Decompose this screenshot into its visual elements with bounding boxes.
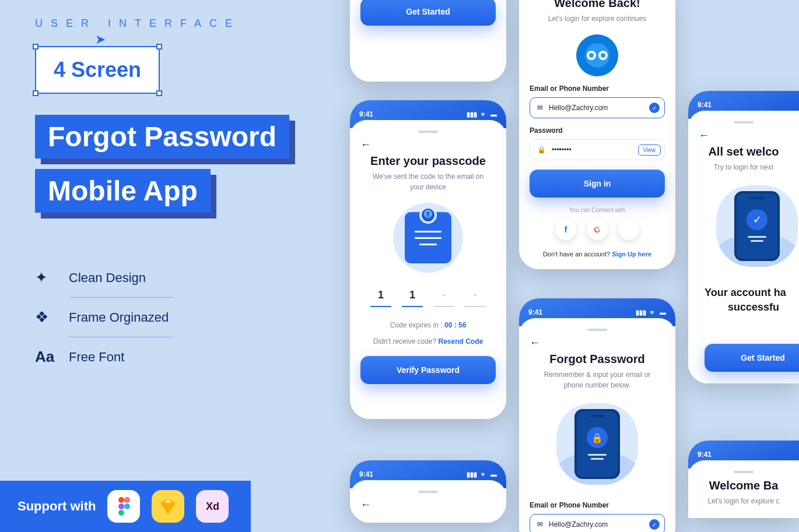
lock-icon: 🔒 <box>587 427 608 448</box>
phone-check-icon: ✓ <box>734 191 780 261</box>
app-logo <box>576 34 618 76</box>
battery-icon: ▬ <box>490 471 497 478</box>
status-time: 9:41 <box>359 470 373 478</box>
wifi-icon: ᯤ <box>481 111 487 118</box>
password-value: •••••••• <box>552 146 572 154</box>
status-time: 9:41 <box>698 101 712 109</box>
sketch-icon <box>152 490 184 523</box>
check-icon: ✓ <box>649 519 660 530</box>
back-button[interactable]: ← <box>360 139 496 151</box>
title-line-2: Mobile App <box>35 169 211 213</box>
feature-label: Free Font <box>69 350 124 365</box>
svg-point-3 <box>124 503 130 509</box>
svg-point-1 <box>124 497 130 503</box>
support-bar: Support with Xd <box>0 481 251 532</box>
status-icons: ▮▮▮ᯤ▬ <box>467 471 497 478</box>
status-icons: ▮▮▮ᯤ▬ <box>467 111 497 118</box>
selection-handle <box>156 90 162 96</box>
battery-icon: ▬ <box>660 309 666 316</box>
phone-getstarted: Get Started <box>350 0 506 82</box>
status-time: 9:41 <box>698 450 712 459</box>
svg-point-2 <box>118 503 124 509</box>
svg-point-0 <box>118 497 124 503</box>
selection-handle <box>156 44 162 50</box>
welcome-title: Welcome Back! <box>530 0 665 10</box>
check-icon: ✓ <box>747 209 768 230</box>
forgot-subtitle: Remmember & input your email or phone nu… <box>530 369 665 390</box>
figma-icon <box>107 490 140 523</box>
signup-footer: Don't have an account? Sign Up here <box>530 251 665 258</box>
email-value: Hello@Zachry.com <box>549 520 608 529</box>
resend-row: Didn't receive code? Resend Code <box>360 336 496 347</box>
title-block: Forgot Password Mobile App <box>35 115 297 223</box>
drag-handle <box>587 329 607 331</box>
email-input[interactable]: ✉Hello@Zachry.com✓ <box>530 97 665 118</box>
resend-link[interactable]: Resend Code <box>439 337 483 346</box>
title-line-1: Forgot Password <box>35 115 289 158</box>
phone-passcode: 9:41 ▮▮▮ᯤ▬ ← Enter your passcode We've s… <box>350 100 506 419</box>
code-digit[interactable]: 1 <box>370 289 391 307</box>
status-icons: ▮▮▮ᯤ▬ <box>636 309 666 316</box>
view-toggle[interactable]: View <box>638 145 661 156</box>
signal-icon: ▮▮▮ <box>636 309 646 316</box>
selection-handle <box>33 90 38 96</box>
feature-item: AaFree Font <box>35 337 297 376</box>
phone-success: 9:41 ← All set welco Try to login for ne… <box>688 91 799 383</box>
passcode-illustration: 👤 <box>393 203 463 273</box>
signal-icon: ▮▮▮ <box>467 111 477 118</box>
wifi-icon: ᯤ <box>481 471 487 478</box>
drag-handle <box>734 471 754 473</box>
cursor-icon: ➤ <box>95 32 106 47</box>
badge-label: 4 Screen <box>54 58 141 82</box>
drag-handle <box>734 121 754 124</box>
welcome-subtitle: Let's login for explore continues <box>530 13 665 24</box>
signup-link[interactable]: Sign Up here <box>612 251 651 258</box>
success-msg-1: Your account ha <box>699 286 789 300</box>
success-title: All set welco <box>699 145 789 158</box>
email-label: Email or Phone Number <box>530 501 665 509</box>
code-digit[interactable]: 1 <box>402 289 423 307</box>
facebook-button[interactable]: f <box>555 219 576 240</box>
forgot-title: Forgot Password <box>530 353 665 366</box>
code-input-row[interactable]: 1 1 - - <box>360 289 496 307</box>
feature-list: ✦Clean Design ❖Frame Orginazed AaFree Fo… <box>35 258 297 376</box>
get-started-button[interactable]: Get Started <box>360 0 496 26</box>
apple-button[interactable] <box>618 219 639 240</box>
feature-item: ❖Frame Orginazed <box>35 298 297 337</box>
kicker-text: USER INTERFACE <box>35 17 297 30</box>
signin-button[interactable]: Sign in <box>530 170 665 198</box>
back-button[interactable]: ← <box>699 129 789 142</box>
success-msg-2: successfu <box>699 300 789 315</box>
phone-lock-icon: 🔒 <box>574 409 620 479</box>
password-label: Password <box>530 126 665 135</box>
font-icon: Aa <box>35 348 56 366</box>
expire-text: Code expires in : 00 : 56 <box>360 320 496 330</box>
google-button[interactable]: G <box>587 219 608 240</box>
signal-icon: ▮▮▮ <box>467 471 477 478</box>
password-input[interactable]: 🔒••••••••View <box>530 139 665 160</box>
code-digit[interactable]: - <box>465 289 486 307</box>
phone-forgot: 9:41 ▮▮▮ᯤ▬ ← Forgot Password Remmember &… <box>519 298 675 532</box>
drag-handle <box>418 131 438 133</box>
get-started-button[interactable]: Get Started <box>705 344 799 372</box>
screen-count-badge: ➤ 4 Screen <box>35 46 160 94</box>
passcode-title: Enter your passcode <box>360 154 496 168</box>
feature-item: ✦Clean Design <box>35 258 297 297</box>
lock-icon: 🔒 <box>537 146 546 154</box>
passcode-subtitle: We've sent the code to the email on your… <box>360 171 496 192</box>
code-digit[interactable]: - <box>433 289 454 307</box>
phones-area: Get Started 9:41 ▮▮▮ᯤ▬ ← Enter your pass… <box>344 0 799 532</box>
mail-icon: ✉ <box>537 104 543 112</box>
success-illustration: ✓ <box>716 185 798 267</box>
back-button[interactable]: ← <box>360 499 496 511</box>
forgot-illustration: 🔒 <box>556 403 638 485</box>
phone-welcome: Welcome Back! Let's login for explore co… <box>519 0 675 269</box>
mail-icon: ✉ <box>537 520 543 529</box>
email-input[interactable]: ✉Hello@Zachry.com✓ <box>530 514 665 532</box>
promo-panel: USER INTERFACE ➤ 4 Screen Forgot Passwor… <box>0 0 332 532</box>
drag-handle <box>418 491 438 493</box>
xd-icon: Xd <box>196 490 229 523</box>
back-button[interactable]: ← <box>530 337 665 349</box>
feature-label: Frame Orginazed <box>69 310 169 325</box>
verify-button[interactable]: Verify Password <box>360 356 496 384</box>
